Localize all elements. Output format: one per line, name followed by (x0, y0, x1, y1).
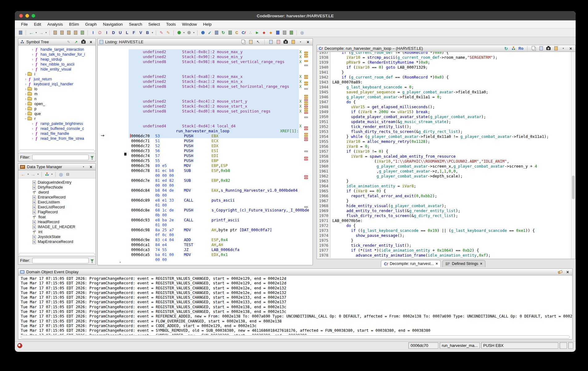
decompile-line[interactable]: 1960 g_player_combat_avatar->screen_x,g_… (317, 164, 571, 169)
table-icon[interactable] (227, 30, 233, 36)
chevron-right-icon[interactable]: › (24, 92, 28, 96)
event-log-hscrollbar[interactable] (21, 335, 570, 339)
paste-icon-3[interactable] (66, 30, 72, 36)
marker-o[interactable] (304, 77, 308, 79)
memory-icon[interactable] (275, 30, 281, 36)
window-icon[interactable] (213, 30, 219, 36)
copy-icon[interactable] (531, 46, 536, 51)
minimize-window-button[interactable] (25, 14, 29, 18)
listing-row[interactable]: undefined2Stack[-0xc8]:2 mouse_start_xX (98, 104, 313, 109)
listing-row[interactable]: 01 00 (98, 203, 313, 207)
save-icon[interactable] (17, 30, 23, 36)
listing-row[interactable]: undefined8Stack[-0x98]:8 mouse_set_verti… (98, 59, 313, 64)
decompile-line[interactable]: 1950 update_player_combat_avatar_state(g… (317, 114, 571, 119)
tree-item-keyboard_irq1_handler[interactable]: ›fkeyboard_irq1_handler (18, 82, 96, 87)
forward-dropdown[interactable]: ▾ (45, 30, 47, 36)
marker-o[interactable] (304, 108, 308, 109)
validate-icon[interactable]: ✓ (207, 30, 213, 36)
marker-r[interactable] (304, 177, 308, 179)
menu-file[interactable]: File (18, 20, 31, 28)
chevron-right-icon[interactable]: › (31, 47, 34, 52)
chevron-right-icon[interactable]: › (31, 62, 34, 66)
decompiler-icon[interactable]: Cf (241, 30, 247, 36)
zoom-window-button[interactable] (32, 14, 35, 18)
marker-r[interactable] (304, 99, 308, 101)
back-dropdown[interactable]: ▾ (35, 30, 37, 36)
listing-row[interactable]: 0006dc7689 e5MOVEBP,ESP (98, 163, 313, 168)
marker-o[interactable] (304, 95, 308, 96)
decompile-line[interactable]: 1959 (iVar10,"1:\\GRAPHIC\\ROOMANIM\\PCL… (317, 159, 571, 164)
forward-icon[interactable]: → (38, 30, 44, 36)
close-window-button[interactable] (19, 14, 23, 18)
markers-icon[interactable] (275, 39, 281, 45)
decompile-line[interactable]: 1953 flush_dirty_rects_to_screen(&g_dirt… (317, 129, 571, 134)
listing-row[interactable] (98, 113, 313, 118)
decompile-line[interactable]: 1963 } (317, 179, 571, 184)
close-icon[interactable]: × (88, 164, 94, 170)
listing-row[interactable]: undefined2Stack[-0xc4]:2 mouse_start_yX (98, 99, 313, 104)
paste-icon-2[interactable] (59, 30, 65, 36)
listing-marker-bar[interactable] (304, 45, 309, 265)
decompile-line[interactable]: 1946 g_player_combat_avatar->field_0x11a… (317, 95, 571, 100)
decompile-line[interactable]: 1941 } (317, 70, 571, 75)
decompile-line[interactable]: 1937 if (g_current_room_def != (RoomReco… (317, 52, 571, 55)
datatype-item-DialogueIndexEntry[interactable]: SDialogueIndexEntry (18, 180, 96, 185)
listing-row[interactable]: undefined4Stack[-0xd4]:4 local_d4X (98, 123, 313, 128)
listing-row[interactable]: 0006dc988a 25 a7MOVAH,byte ptr [DAT_000c… (98, 227, 313, 232)
decompile-line[interactable]: 1940 if (iVar10 == 0) goto LAB_00071329; (317, 65, 571, 70)
menu-edit[interactable]: Edit (31, 20, 44, 28)
next-type-button[interactable]: → (30, 171, 36, 177)
listing-row[interactable] (98, 89, 313, 94)
tree-item-i[interactable]: ›i (18, 72, 96, 77)
format-dropdown[interactable]: ▾ (151, 30, 154, 36)
listing-row[interactable]: 0006dc7555PUSHEBP (98, 158, 313, 163)
gray-scope-dropdown[interactable]: ▾ (193, 30, 195, 36)
datatype-item-DirtyRectNode[interactable]: SDirtyRectNode (18, 185, 96, 190)
listing-row[interactable]: 0006dc89e8 e1 33CALLputs_ascii (98, 198, 313, 203)
clear-log-icon[interactable] (557, 269, 563, 275)
tree-item-read_buffered_console_c[interactable]: ›fread_buffered_console_c (18, 126, 96, 131)
listing-row[interactable] (98, 69, 313, 74)
data-type-hscrollbar[interactable] (19, 253, 95, 256)
sync-icon[interactable]: ↻ (503, 46, 509, 51)
listing-row[interactable]: 01 00 (98, 222, 313, 227)
decompile-line[interactable]: 1951 update_music_stream(&g_music_stream… (317, 119, 571, 124)
decompile-line[interactable]: 1973 if ((g_last_keyboard_scancode == 0x… (317, 228, 571, 233)
chevron-right-icon[interactable]: › (24, 82, 28, 86)
clear-format-icon[interactable]: ∅ (97, 30, 103, 36)
graph-icon[interactable]: ∴ (247, 30, 254, 36)
marker-o[interactable] (304, 97, 308, 99)
paste-icon[interactable] (248, 39, 254, 45)
listing-row[interactable]: 0006dc84b8 04 deMOVEAX,s_Running_Harvest… (98, 188, 313, 193)
marker-g[interactable] (304, 88, 308, 90)
hierarchy-icon[interactable] (44, 171, 50, 177)
datatype-item-JoystickState[interactable]: SJoystickState (18, 234, 96, 239)
chevron-down-icon[interactable]: › (23, 117, 28, 121)
marker-g[interactable] (304, 65, 308, 66)
decompile-line[interactable]: 1967 } (317, 198, 571, 203)
tree-item-read_file_handle[interactable]: ›fread_file_handle (18, 131, 96, 136)
menu-analysis[interactable]: Analysis (44, 20, 66, 28)
datatype-item-FlagRecord[interactable]: SFlagRecord (18, 210, 96, 215)
tree-item-m[interactable]: ›m (18, 92, 96, 96)
menu-select[interactable]: Select (145, 20, 163, 28)
listing-row[interactable]: 0006dc7053PUSHEBX (98, 133, 313, 138)
next-dropdown[interactable]: ▾ (37, 173, 39, 176)
export-icon[interactable] (538, 46, 544, 51)
cursor-icon[interactable]: ↖ (255, 39, 261, 45)
decompile-line[interactable]: 1957 if (iVar10 != 0) { (317, 149, 571, 154)
decompile-line[interactable]: 1958 iVar8 = spawn_scaled_abm_entity_fro… (317, 154, 571, 159)
chip-icon[interactable] (288, 30, 294, 36)
marker-r[interactable] (304, 157, 308, 158)
format-l-icon[interactable]: L (124, 30, 130, 36)
close-icon[interactable]: × (568, 46, 573, 51)
listing-row[interactable]: 0b 00 (98, 193, 313, 198)
marker-g[interactable] (304, 117, 308, 118)
format-d-icon[interactable]: D (110, 30, 117, 36)
list-view-icon[interactable] (290, 39, 296, 45)
tree-item-heap_strdup[interactable]: ›fheap_strdup (18, 57, 96, 62)
datatype-filter-input[interactable] (32, 258, 89, 263)
format-u-icon[interactable]: U (117, 30, 123, 36)
tab-defined-strings[interactable]: 0101DATDefined Strings× (442, 260, 485, 267)
listing-row[interactable]: 00 00 00 (98, 173, 313, 178)
